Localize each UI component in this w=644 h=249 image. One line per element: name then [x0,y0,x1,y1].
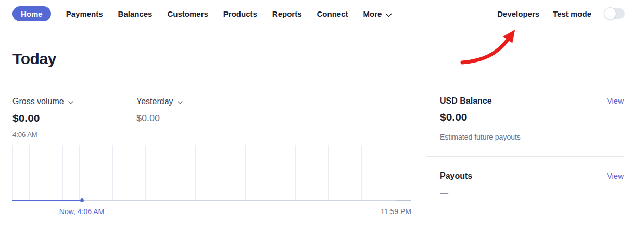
chart-gridline [12,145,13,201]
panel-vertical-divider [426,81,426,231]
usd-balance-value: $0.00 [440,111,468,123]
payouts-view-link[interactable]: View [607,171,624,180]
nav-item-payments[interactable]: Payments [66,9,103,18]
yesterday-label: Yesterday [136,97,173,106]
gross-volume-dropdown[interactable]: Gross volume [12,97,73,106]
chart-gridline [328,145,329,201]
payouts-title: Payouts [440,171,472,181]
chart-gridline [62,145,63,201]
chart-gridline [378,145,378,201]
nav-divider [12,27,624,27]
chart-gridline [295,145,296,201]
chart-gridline [361,145,362,201]
chevron-down-icon [68,97,73,106]
nav-item-customers[interactable]: Customers [167,9,208,18]
nav-item-reports[interactable]: Reports [272,9,302,18]
nav-item-more-label: More [363,9,382,18]
test-mode-toggle[interactable] [605,8,625,19]
nav-right-group: Developers Test mode [497,0,625,27]
section-divider-bottom [12,231,624,231]
test-mode-toggle-knob [604,7,616,20]
test-mode-label: Test mode [553,9,591,18]
chart-gridline [312,145,312,201]
stripe-dashboard: Home Payments Balances Customers Product… [0,0,644,249]
chart-gridline [345,145,345,201]
chart-gridline [129,145,129,201]
gross-volume-value: $0.00 [12,112,40,124]
nav-item-connect[interactable]: Connect [317,9,348,18]
chart-now-label[interactable]: Now, 4:06 AM [59,207,104,216]
gross-volume-chart[interactable] [12,145,411,201]
yesterday-dropdown[interactable]: Yesterday [136,97,183,106]
usd-balance-title: USD Balance [440,96,492,106]
nav-item-balances[interactable]: Balances [118,9,153,18]
chart-gridline [112,145,113,201]
chart-gridline [245,145,246,201]
chart-gridline [411,145,411,201]
chart-gridline [162,145,162,201]
top-navigation: Home Payments Balances Customers Product… [0,0,644,27]
usd-balance-subtitle: Estimated future payouts [440,133,521,141]
chart-baseline-endcap [396,200,411,201]
page-title: Today [12,50,56,68]
chevron-down-icon [385,10,392,19]
chart-gridline [96,145,96,201]
chart-gridline [29,145,30,201]
payouts-empty-value: — [440,189,448,198]
nav-item-more[interactable]: More [363,9,393,19]
gross-volume-time: 4:06 AM [12,131,37,139]
usd-balance-view-link[interactable]: View [607,96,624,105]
chart-data-line [12,200,82,201]
section-divider-top [12,81,624,81]
nav-item-products[interactable]: Products [223,9,257,18]
chart-gridline [395,145,395,201]
chart-x-axis: Now, 4:06 AM 11:59 PM [12,207,411,217]
gross-volume-label: Gross volume [12,97,64,106]
chart-gridline [195,145,196,201]
chart-gridline [279,145,279,201]
chevron-down-icon [178,97,183,106]
chart-gridline [179,145,179,201]
chart-gridline [229,145,229,201]
chart-end-label: 11:59 PM [381,207,411,216]
red-arrow-annotation [457,23,526,69]
chart-gridline [46,145,46,201]
nav-item-home[interactable]: Home [12,6,51,21]
nav-item-developers[interactable]: Developers [497,9,539,18]
nav-left-group: Home Payments Balances Customers Product… [12,0,392,27]
chart-gridline [79,145,80,201]
chart-gridline [212,145,212,201]
chart-gridline [262,145,262,201]
chart-gridline [145,145,146,201]
chart-current-point [80,198,84,202]
yesterday-value: $0.00 [136,113,160,124]
panel-section-divider [426,156,624,157]
